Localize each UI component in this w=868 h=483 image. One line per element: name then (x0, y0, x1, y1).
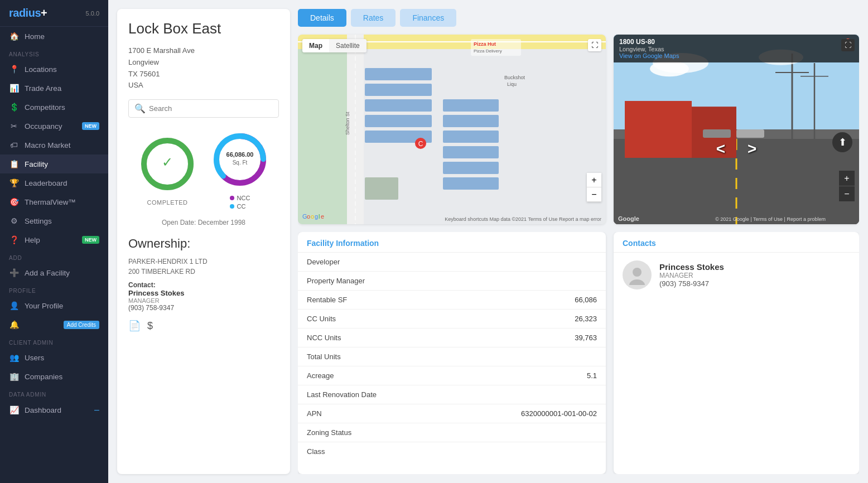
map-zoom-out[interactable]: − (587, 187, 601, 202)
info-label: Zoning Status (307, 428, 597, 437)
sidebar-item-add-facility[interactable]: ➕ Add a Facility (0, 263, 108, 282)
analysis-section-label: Analysis (0, 46, 108, 60)
thermalview-icon: 🎯 (9, 197, 19, 206)
tabs-row: Details Rates Finances (298, 9, 859, 27)
charts-row: ✓ COMPLETED 66,086.00 Sq. Ft (128, 129, 279, 210)
facility-address: 1700 E Marshall Ave Longview TX 75601 US… (128, 45, 279, 91)
sidebar-item-users[interactable]: 👥 Users (0, 348, 108, 367)
info-label: Developer (307, 258, 597, 266)
sidebar-item-help[interactable]: ❓ Help NEW (0, 230, 108, 249)
svg-text:o: o (311, 213, 314, 220)
map-tab-satellite[interactable]: Satellite (329, 39, 367, 52)
contact-label: Contact: (128, 281, 279, 289)
ownership-title: Ownership: (128, 236, 279, 251)
map-container[interactable]: Map Satellite ⛶ (298, 35, 606, 224)
info-value: 6320000001-001-00-02 (521, 409, 597, 418)
map-svg: Shelton St C Pizza Hut Pizza Delivery Bu… (298, 35, 606, 224)
help-badge: NEW (82, 236, 99, 244)
street-view-image: < > ⬆ + − Google © 2021 Go (614, 35, 859, 224)
info-value: 39,763 (575, 334, 597, 342)
svg-rect-13 (298, 49, 347, 224)
sidebar-item-macro-market[interactable]: 🏷 Macro Market (0, 136, 108, 154)
sv-attribution: © 2021 Google | Terms of Use | Report a … (715, 216, 826, 222)
dollar-icon[interactable]: $ (147, 320, 153, 332)
contact-role: MANAGER (659, 272, 724, 279)
contacts-header: Contacts (614, 232, 859, 253)
svg-rect-23 (443, 162, 499, 174)
right-area: Details Rates Finances Map Satellite ⛶ (298, 9, 859, 474)
sidebar-item-occupancy[interactable]: ✂ Occupancy NEW (0, 117, 108, 136)
contact-avatar (623, 260, 652, 289)
macro-market-icon: 🏷 (9, 141, 19, 149)
doc-icons: 📄 $ (128, 320, 279, 332)
street-view-fullscreen-button[interactable]: ⛶ (841, 39, 855, 51)
sidebar-item-thermalview[interactable]: 🎯 ThermalView™ (0, 192, 108, 211)
document-icon[interactable]: 📄 (128, 320, 141, 332)
svg-text:l: l (319, 213, 320, 220)
map-tab-map[interactable]: Map (302, 39, 329, 52)
info-label: Property Manager (307, 277, 597, 285)
sidebar-item-settings[interactable]: ⚙ Settings (0, 211, 108, 230)
sv-link[interactable]: View on Google Maps (619, 52, 679, 59)
map-street-row: Map Satellite ⛶ (298, 35, 859, 224)
sidebar-item-trade-area[interactable]: 📊 Trade Area (0, 79, 108, 98)
sv-zoom-in[interactable]: + (839, 171, 855, 186)
contact-phone: (903) 758-9347 (659, 279, 724, 288)
search-input[interactable] (149, 104, 273, 113)
owner-contact-phone: (903) 758-9347 (128, 304, 279, 312)
cc-dot (230, 204, 234, 209)
sidebar-item-locations[interactable]: 📍 Locations (0, 60, 108, 79)
add-section-label: Add (0, 249, 108, 263)
contact-card: Princess Stokes MANAGER (903) 758-9347 (614, 253, 859, 297)
sv-compass: ⬆ (832, 132, 852, 152)
contact-info: Princess Stokes MANAGER (903) 758-9347 (659, 262, 724, 288)
svg-rect-17 (365, 115, 432, 127)
leaderboard-icon: 🏆 (9, 178, 19, 187)
add-credits-badge[interactable]: Add Credits (64, 321, 99, 329)
sidebar-item-your-profile[interactable]: 👤 Your Profile (0, 296, 108, 315)
svg-rect-44 (625, 101, 692, 158)
info-label: APN (307, 409, 521, 418)
facility-info-row: NCC Units 39,763 (298, 329, 606, 347)
sv-zoom-controls: + − (839, 171, 855, 202)
sidebar-item-home[interactable]: 🏠 Home (0, 27, 108, 46)
search-box[interactable]: 🔍 (128, 99, 279, 118)
facility-info-row: Last Renovation Date (298, 385, 606, 404)
svg-rect-22 (443, 146, 499, 158)
info-label: NCC Units (307, 334, 575, 342)
sv-arrow-left[interactable]: < (716, 140, 725, 158)
map-zoom-in[interactable]: + (587, 173, 601, 187)
contact-name: Princess Stokes (659, 262, 724, 272)
tab-finances[interactable]: Finances (400, 9, 456, 27)
sv-google-logo: Google (618, 215, 639, 222)
credits-icon: 🔔 (9, 320, 19, 329)
companies-icon: 🏢 (9, 372, 19, 381)
sv-address: 1800 US-80 (619, 38, 679, 46)
completed-chart: ✓ COMPLETED (137, 133, 198, 206)
sv-arrow-right[interactable]: > (748, 140, 756, 158)
tab-rates[interactable]: Rates (351, 9, 396, 27)
locations-icon: 📍 (9, 65, 19, 74)
owner-contact-role: MANAGER (128, 297, 279, 304)
sqft-donut-svg: 66,086.00 Sq. Ft (209, 129, 271, 190)
sv-zoom-out[interactable]: − (839, 186, 855, 202)
svg-text:Sq. Ft: Sq. Ft (233, 160, 248, 166)
sidebar-item-add-credits[interactable]: 🔔 Add Credits (0, 315, 108, 334)
svg-point-55 (633, 268, 642, 277)
sqft-chart: 66,086.00 Sq. Ft NCC CC (209, 129, 271, 210)
tab-details[interactable]: Details (298, 9, 346, 27)
contacts-panel: Contacts Princess Stokes MANAGER (903) 7… (614, 232, 859, 474)
sidebar-item-leaderboard[interactable]: 🏆 Leaderboard (0, 173, 108, 192)
sidebar-item-companies[interactable]: 🏢 Companies (0, 367, 108, 386)
sidebar-item-facility[interactable]: 📋 Facility (0, 154, 108, 173)
svg-text:e: e (321, 213, 324, 220)
facility-info-row: Zoning Status (298, 423, 606, 442)
map-fullscreen-button[interactable]: ⛶ (588, 39, 601, 51)
occupancy-badge: NEW (82, 122, 99, 130)
svg-rect-25 (365, 177, 398, 200)
svg-text:66,086.00: 66,086.00 (226, 151, 254, 158)
owner-company: PARKER-HENDRIX 1 LTD (128, 258, 279, 265)
info-value: 26,323 (575, 315, 597, 323)
sidebar-item-competitors[interactable]: 💲 Competitors (0, 98, 108, 117)
sidebar-item-dashboard[interactable]: 📈 Dashboard – (0, 400, 108, 420)
